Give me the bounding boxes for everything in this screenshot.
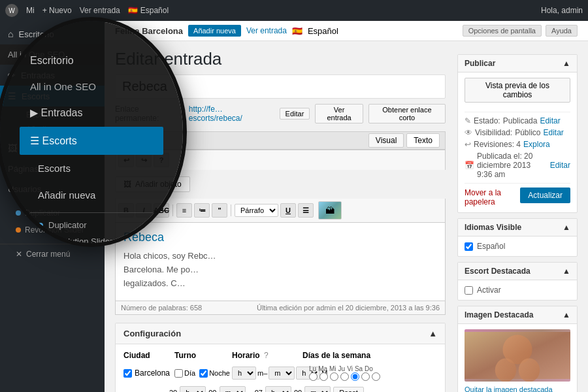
help-btn[interactable]: Ayuda bbox=[546, 25, 578, 37]
escorts-submenu: Escorts Añadir nueva bbox=[0, 106, 105, 138]
title-input[interactable] bbox=[115, 74, 446, 99]
sidebar-item-revolution-slider[interactable]: Revolution Slider bbox=[0, 221, 105, 238]
m-select-1[interactable]: m bbox=[269, 367, 295, 380]
tab-visual[interactable]: Visual bbox=[368, 133, 404, 148]
day-lu-1[interactable] bbox=[309, 372, 318, 381]
reset-btn-1[interactable]: Reset bbox=[333, 387, 364, 392]
visibilidad-icon: 👁 bbox=[465, 128, 472, 137]
ciudad-barcelona-check[interactable] bbox=[123, 369, 132, 378]
featured-image[interactable] bbox=[465, 329, 570, 382]
permalink-label: Enlace permanente: bbox=[115, 105, 184, 123]
sidebar-item-seo[interactable]: All in One SEO bbox=[0, 44, 105, 65]
screen-options-btn[interactable]: Opciones de pantalla bbox=[463, 25, 542, 37]
ul-btn[interactable]: ≡ bbox=[176, 203, 192, 218]
redo-btn[interactable]: ↪ bbox=[136, 153, 152, 167]
wp-logo[interactable]: W bbox=[5, 4, 18, 17]
add-new-button[interactable]: Añadir nueva bbox=[188, 25, 241, 37]
add-object-btn[interactable]: 🖼 Añadir objeto bbox=[115, 176, 190, 192]
trash-link[interactable]: Mover a la papelera bbox=[465, 188, 520, 206]
activar-row: Activar bbox=[465, 286, 570, 295]
publish-separator-1 bbox=[465, 112, 570, 112]
svg-point-2 bbox=[495, 359, 516, 382]
idiomas-metabox: Idiomas Visible ▲ Español bbox=[457, 218, 578, 257]
visibilidad-edit-link[interactable]: Editar bbox=[544, 128, 564, 137]
sidebar-item-entradas[interactable]: ✏ Entradas bbox=[0, 65, 105, 86]
revolution-slider-dot bbox=[16, 227, 21, 233]
publish-title: Publicar bbox=[465, 59, 495, 68]
edit-icon: ✏ bbox=[8, 70, 16, 80]
admin-bar-new[interactable]: + Nuevo bbox=[42, 6, 72, 15]
estado-edit-link[interactable]: Editar bbox=[540, 116, 560, 125]
sub-h2-sel-1[interactable]: h bbox=[265, 386, 291, 392]
idioma-espanol-check[interactable] bbox=[465, 242, 473, 251]
h-select-1[interactable]: h bbox=[232, 367, 256, 380]
config-header[interactable]: Configuración ▲ bbox=[116, 323, 445, 344]
underline-btn[interactable]: U bbox=[280, 203, 296, 218]
tab-text[interactable]: Texto bbox=[406, 133, 440, 148]
preview-btn[interactable]: Vista previa de los cambios bbox=[465, 78, 570, 103]
sidebar-item-medios[interactable]: 🖼 Medios bbox=[0, 138, 105, 159]
day-ju-1[interactable] bbox=[340, 372, 349, 381]
dia-check-1[interactable] bbox=[174, 369, 183, 378]
publicada-edit-link[interactable]: Editar bbox=[550, 161, 570, 170]
close-menu-btn[interactable]: ✕ Cerrar menú bbox=[0, 244, 105, 263]
noche-check-1[interactable] bbox=[199, 369, 208, 378]
update-btn[interactable]: Actualizar bbox=[520, 188, 570, 203]
day-do-1[interactable] bbox=[372, 372, 380, 381]
italic-btn[interactable]: I bbox=[136, 203, 152, 218]
admin-bar-lang[interactable]: 🇪🇸 Español bbox=[128, 6, 169, 15]
admin-bar-view[interactable]: Ver entrada bbox=[80, 6, 120, 15]
sub-m-sel-1[interactable]: m bbox=[220, 386, 246, 392]
escort-destacada-header[interactable]: Escort Destacada ▲ bbox=[458, 263, 577, 280]
permalink-bar: Enlace permanente: http://fe…escorts/reb… bbox=[115, 104, 446, 123]
view-entry-link[interactable]: Ver entrada bbox=[246, 26, 287, 35]
bold-btn[interactable]: B bbox=[118, 203, 134, 218]
help-btn-editor[interactable]: ? bbox=[154, 153, 169, 167]
quote-btn[interactable]: " bbox=[212, 203, 227, 218]
sidebar-item-paginas[interactable]: Páginas bbox=[0, 159, 105, 179]
align-btn[interactable]: ☰ bbox=[298, 203, 314, 218]
imagen-destacada-title: Imagen Destacada bbox=[465, 310, 533, 319]
wp-logo-text: W bbox=[8, 7, 14, 14]
permalink-shortlink-btn[interactable]: Obtener enlace corto bbox=[368, 104, 446, 123]
paragraph-select[interactable]: Párrafo bbox=[235, 204, 278, 217]
ol-btn[interactable]: ≔ bbox=[194, 203, 210, 218]
publish-metabox-header[interactable]: Publicar ▲ bbox=[458, 55, 577, 73]
sidebar-item-escorts[interactable]: ☰ Escorts bbox=[0, 86, 105, 106]
grid-icon-btn[interactable]: ⊞ bbox=[139, 133, 155, 148]
sidebar-item-duplicator[interactable]: Duplicator bbox=[0, 204, 105, 221]
admin-bar-site[interactable]: Mi bbox=[26, 6, 35, 15]
sidebar-item-usuarios[interactable]: Usuarios bbox=[0, 179, 105, 199]
imagen-destacada-header[interactable]: Imagen Destacada ▲ bbox=[458, 306, 577, 324]
sidebar-item-add-new[interactable]: Añadir nueva bbox=[18, 122, 105, 137]
editor-top-bar: ⬆ ⊞ Visual Texto bbox=[115, 131, 446, 150]
days-row-1: Lu Ma Mi Ju Vi Sa Do bbox=[309, 365, 437, 381]
upload-icon-btn[interactable]: ⬆ bbox=[121, 133, 137, 148]
days-labels: Lu Ma Mi Ju Vi Sa Do bbox=[309, 365, 437, 372]
activar-check[interactable] bbox=[465, 286, 473, 295]
day-mi-1[interactable] bbox=[330, 372, 338, 381]
editor-line-1: Hola chicos, soy Rebc… bbox=[123, 250, 437, 263]
idiomas-header[interactable]: Idiomas Visible ▲ bbox=[458, 219, 577, 237]
undo-btn[interactable]: ↩ bbox=[118, 153, 134, 167]
revisiones-link[interactable]: Explora bbox=[523, 140, 550, 149]
day-sa-1[interactable] bbox=[361, 372, 370, 381]
sidebar-item-escorts-sub[interactable]: Escorts bbox=[18, 108, 105, 122]
sidebar-item-escritorio[interactable]: ⌂ Escritorio bbox=[0, 24, 105, 44]
day-vi-1[interactable] bbox=[351, 372, 359, 381]
format-toolbar: B I ABC ≡ ≔ " Párrafo U ☰ 🏔 bbox=[115, 199, 446, 223]
imagen-destacada-body: Quitar la imagen destacada bbox=[458, 324, 577, 392]
permalink-view-btn[interactable]: Ver entrada bbox=[315, 104, 363, 123]
strikethrough-btn[interactable]: ABC bbox=[154, 203, 169, 218]
page-header: Felina Barcelona Añadir nueva Ver entrad… bbox=[105, 21, 588, 41]
sub-m2-sel-1[interactable]: m bbox=[304, 386, 331, 392]
add-object-label: Añadir objeto bbox=[135, 180, 182, 189]
duplicator-dot bbox=[16, 210, 21, 216]
day-ma-1[interactable] bbox=[319, 372, 328, 381]
sub-horario-1: 20 h 00 m – 07 h 00 m Reset bbox=[169, 386, 364, 392]
sub-h-sel-1[interactable]: h bbox=[180, 386, 206, 392]
remove-image-link[interactable]: Quitar la imagen destacada bbox=[465, 385, 553, 392]
sidebar-item-label: Escorts bbox=[22, 91, 50, 101]
editor-content[interactable]: Rebeca Hola chicos, soy Rebc… Barcelona.… bbox=[115, 223, 446, 301]
permalink-edit-btn[interactable]: Editar bbox=[280, 108, 310, 120]
